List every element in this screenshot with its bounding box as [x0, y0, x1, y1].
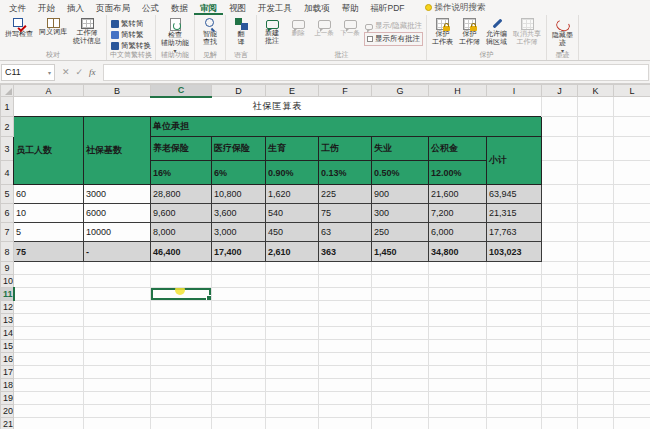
- cell-A20[interactable]: [14, 405, 84, 418]
- cell-C10[interactable]: [151, 275, 212, 288]
- cell-K9[interactable]: [578, 262, 614, 275]
- cell-F15[interactable]: [319, 340, 372, 353]
- column-header-e[interactable]: E: [266, 85, 319, 97]
- cell-B15[interactable]: [84, 340, 151, 353]
- cell-L15[interactable]: [614, 340, 650, 353]
- cell-F11[interactable]: [319, 288, 372, 301]
- protect-sheet-button[interactable]: 保护 工作表: [430, 17, 455, 48]
- header-employee-count[interactable]: 员工人数: [14, 117, 84, 185]
- cell-K6[interactable]: [578, 204, 614, 223]
- cell-J6[interactable]: [542, 204, 578, 223]
- row-header-18[interactable]: 18: [1, 379, 14, 392]
- header-medical[interactable]: 医疗保险: [212, 137, 266, 161]
- show-hide-comment-button[interactable]: 显示/隐藏批注: [364, 21, 423, 31]
- column-header-a[interactable]: A: [14, 85, 84, 97]
- cell-H9[interactable]: [429, 262, 487, 275]
- cell-E16[interactable]: [266, 353, 319, 366]
- cell-K13[interactable]: [578, 314, 614, 327]
- cell-B11[interactable]: [84, 288, 151, 301]
- cell-L11[interactable]: [614, 288, 650, 301]
- cell-B20[interactable]: [84, 405, 151, 418]
- cell-J12[interactable]: [542, 301, 578, 314]
- cell-F20[interactable]: [319, 405, 372, 418]
- smart-lookup-button[interactable]: 智能 查找: [198, 17, 222, 48]
- cell-C15[interactable]: [151, 340, 212, 353]
- cell-G17[interactable]: [372, 366, 429, 379]
- header-unemployment[interactable]: 失业: [372, 137, 429, 161]
- cell-E9[interactable]: [266, 262, 319, 275]
- cell-G15[interactable]: [372, 340, 429, 353]
- cell-F8[interactable]: 363: [319, 242, 372, 262]
- row-header-4[interactable]: 4: [1, 161, 14, 185]
- cell-I10[interactable]: [487, 275, 542, 288]
- tab-review[interactable]: 审阅: [194, 0, 223, 15]
- cell-I11[interactable]: [487, 288, 542, 301]
- column-header-f[interactable]: F: [319, 85, 372, 97]
- cell-A18[interactable]: [14, 379, 84, 392]
- cell-D15[interactable]: [212, 340, 266, 353]
- cell-I20[interactable]: [487, 405, 542, 418]
- cell-A9[interactable]: [14, 262, 84, 275]
- cell-C21[interactable]: [151, 418, 212, 429]
- rate-housing-fund[interactable]: 12.00%: [429, 161, 487, 185]
- tab-formulas[interactable]: 公式: [136, 0, 165, 15]
- tab-addins[interactable]: 加载项: [298, 0, 336, 15]
- cell-K1[interactable]: [578, 97, 614, 117]
- cell-C12[interactable]: [151, 301, 212, 314]
- cell-J10[interactable]: [542, 275, 578, 288]
- cell-C19[interactable]: [151, 392, 212, 405]
- cell-I12[interactable]: [487, 301, 542, 314]
- cell-E8[interactable]: 2,610: [266, 242, 319, 262]
- cell-A11[interactable]: [14, 288, 84, 301]
- tab-help[interactable]: 帮助: [336, 0, 365, 15]
- cell-J16[interactable]: [542, 353, 578, 366]
- cell-F14[interactable]: [319, 327, 372, 340]
- cell-H18[interactable]: [429, 379, 487, 392]
- cell-G20[interactable]: [372, 405, 429, 418]
- cell-L10[interactable]: [614, 275, 650, 288]
- cell-D16[interactable]: [212, 353, 266, 366]
- cell-L1[interactable]: [614, 97, 650, 117]
- cell-K8[interactable]: [578, 242, 614, 262]
- cell-D11[interactable]: [212, 288, 266, 301]
- row-header-17[interactable]: 17: [1, 366, 14, 379]
- column-header-h[interactable]: H: [429, 85, 487, 97]
- new-comment-button[interactable]: 新建 批注: [260, 17, 284, 47]
- cell-F9[interactable]: [319, 262, 372, 275]
- cell-G8[interactable]: 1,450: [372, 242, 429, 262]
- column-header-b[interactable]: B: [84, 85, 151, 97]
- cell-K18[interactable]: [578, 379, 614, 392]
- rate-injury[interactable]: 0.13%: [319, 161, 372, 185]
- cell-L21[interactable]: [614, 418, 650, 429]
- cell-C13[interactable]: [151, 314, 212, 327]
- cell-A16[interactable]: [14, 353, 84, 366]
- row-header-19[interactable]: 19: [1, 392, 14, 405]
- cell-K10[interactable]: [578, 275, 614, 288]
- next-comment-button[interactable]: 下一条: [338, 17, 362, 37]
- cell-J1[interactable]: [542, 97, 578, 117]
- cell-L13[interactable]: [614, 314, 650, 327]
- cell-I14[interactable]: [487, 327, 542, 340]
- cell-H10[interactable]: [429, 275, 487, 288]
- cell-I13[interactable]: [487, 314, 542, 327]
- cell-G11[interactable]: [372, 288, 429, 301]
- tab-developer[interactable]: 开发工具: [252, 0, 298, 15]
- cell-F7[interactable]: 63: [319, 223, 372, 242]
- cell-H12[interactable]: [429, 301, 487, 314]
- cell-J19[interactable]: [542, 392, 578, 405]
- cell-F17[interactable]: [319, 366, 372, 379]
- cell-G19[interactable]: [372, 392, 429, 405]
- cell-H15[interactable]: [429, 340, 487, 353]
- cell-B21[interactable]: [84, 418, 151, 429]
- cell-B12[interactable]: [84, 301, 151, 314]
- cell-L2[interactable]: [614, 117, 650, 137]
- cell-L14[interactable]: [614, 327, 650, 340]
- cell-K20[interactable]: [578, 405, 614, 418]
- cell-B8[interactable]: -: [84, 242, 151, 262]
- row-header-15[interactable]: 15: [1, 340, 14, 353]
- cell-L19[interactable]: [614, 392, 650, 405]
- cell-K21[interactable]: [578, 418, 614, 429]
- header-injury[interactable]: 工伤: [319, 137, 372, 161]
- cell-D9[interactable]: [212, 262, 266, 275]
- protect-workbook-button[interactable]: 保护 工作簿: [457, 17, 482, 48]
